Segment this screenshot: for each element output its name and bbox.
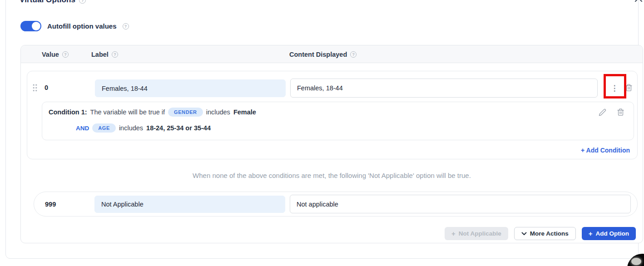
help-icon[interactable]: ? — [123, 23, 129, 30]
autofill-toggle-row: Autofill option values ? — [20, 21, 129, 31]
not-applicable-button-label: Not Applicable — [459, 230, 501, 237]
virtual-options-card: Virtual Options ? Autofill option values… — [5, 0, 639, 259]
variable-badge[interactable]: GENDER — [168, 108, 203, 117]
not-applicable-note: When none of the above conditions are me… — [21, 172, 643, 179]
column-header-label-label: Label — [91, 51, 109, 58]
na-label-input[interactable] — [94, 196, 285, 213]
more-actions-button[interactable]: More Actions — [514, 227, 576, 240]
help-icon[interactable]: ? — [350, 51, 357, 58]
help-icon[interactable]: ? — [79, 0, 86, 4]
plus-icon: + — [451, 230, 456, 237]
condition-line-2: AND AGE includes 18-24, 25-34 or 35-44 — [76, 123, 211, 133]
condition-label: Condition 1: — [49, 108, 87, 116]
variable-badge[interactable]: AGE — [92, 123, 116, 133]
collapse-section-button[interactable] — [634, 0, 643, 3]
column-header-content-label: Content Displayed — [289, 51, 347, 58]
condition-operator: includes — [119, 124, 143, 132]
drag-handle-icon[interactable] — [33, 84, 37, 94]
toggle-knob — [32, 22, 40, 30]
condition-value: Female — [233, 108, 256, 116]
column-header-label: Label ? — [91, 45, 118, 63]
column-header-value-label: Value — [42, 51, 59, 58]
not-applicable-row: 999 — [34, 192, 638, 217]
chevron-down-icon — [521, 232, 527, 236]
na-content-input[interactable] — [290, 195, 631, 213]
condition-value: 18-24, 25-34 or 35-44 — [146, 124, 211, 132]
options-table-panel: Value ? Label ? Content Displayed ? — [20, 45, 643, 243]
pencil-icon — [599, 108, 606, 116]
chevron-up-icon — [634, 0, 643, 3]
card-title-row: Virtual Options ? — [20, 0, 86, 5]
autofill-toggle-label: Autofill option values — [47, 22, 117, 30]
assistant-avatar — [631, 258, 641, 265]
virtual-options-screen: Virtual Options ? Autofill option values… — [0, 0, 644, 266]
edit-condition-button[interactable] — [599, 108, 606, 118]
trash-icon — [617, 108, 624, 116]
help-icon[interactable]: ? — [112, 51, 118, 58]
condition-operator: includes — [206, 108, 230, 116]
kebab-menu-icon[interactable]: ⋮ — [610, 79, 619, 97]
not-applicable-button[interactable]: + Not Applicable — [445, 227, 508, 240]
delete-condition-button[interactable] — [617, 108, 624, 118]
panel-footer-actions: + Not Applicable More Actions + Add Opti… — [445, 227, 636, 240]
option-value: 0 — [45, 84, 48, 91]
column-header-value: Value ? — [42, 45, 69, 63]
autofill-toggle[interactable] — [20, 21, 41, 31]
page-title: Virtual Options — [20, 0, 75, 5]
help-icon[interactable]: ? — [62, 51, 69, 58]
condition-intro: The variable will be true if — [90, 108, 165, 116]
option-label-input[interactable] — [95, 79, 286, 97]
more-actions-button-label: More Actions — [530, 230, 569, 237]
add-condition-link[interactable]: + Add Condition — [581, 147, 630, 154]
condition-line-1: Condition 1: The variable will be true i… — [49, 108, 256, 117]
option-row-group: 0 ⋮ Cond — [27, 71, 638, 159]
add-option-button-label: Add Option — [596, 230, 629, 237]
table-header-row: Value ? Label ? Content Displayed ? — [21, 45, 643, 63]
condition-box: Condition 1: The variable will be true i… — [42, 102, 634, 140]
add-option-button[interactable]: + Add Option — [582, 227, 636, 240]
condition-conjunction: AND — [76, 125, 89, 132]
delete-option-button[interactable] — [625, 84, 633, 93]
option-content-input[interactable] — [290, 79, 598, 98]
column-header-content-displayed: Content Displayed ? — [289, 45, 357, 63]
trash-icon — [625, 84, 633, 92]
option-value: 999 — [45, 201, 56, 208]
plus-icon: + — [589, 230, 593, 237]
